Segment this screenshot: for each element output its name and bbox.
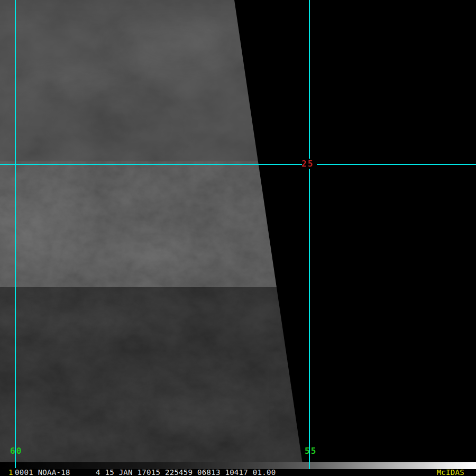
frame-number: 1 <box>8 469 13 476</box>
image-id-satellite-label: 0001 NOAA-18 <box>15 469 70 476</box>
satellite-image-canvas[interactable] <box>0 0 317 464</box>
longitude-line-60w <box>15 0 16 468</box>
longitude-label-east: 55 <box>305 447 317 455</box>
latitude-line-25-right <box>317 164 476 165</box>
latitude-line-25-left <box>0 164 302 165</box>
longitude-label-west: 60 <box>10 447 22 455</box>
mcidas-image-window: 25 60 55 1 0001 NOAA-18 4 15 JAN 17015 2… <box>0 0 476 476</box>
longitude-line-55w-lower <box>309 169 310 469</box>
status-bar: 1 0001 NOAA-18 4 15 JAN 17015 225459 068… <box>0 469 476 476</box>
mcidas-brand-label: McIDAS <box>437 469 464 476</box>
latitude-label: 25 <box>301 160 314 168</box>
image-date-time-info: 4 15 JAN 17015 225459 06813 10417 01.00 <box>96 469 276 476</box>
longitude-line-55w-upper <box>309 0 310 159</box>
cloud-noise-texture <box>0 0 317 464</box>
